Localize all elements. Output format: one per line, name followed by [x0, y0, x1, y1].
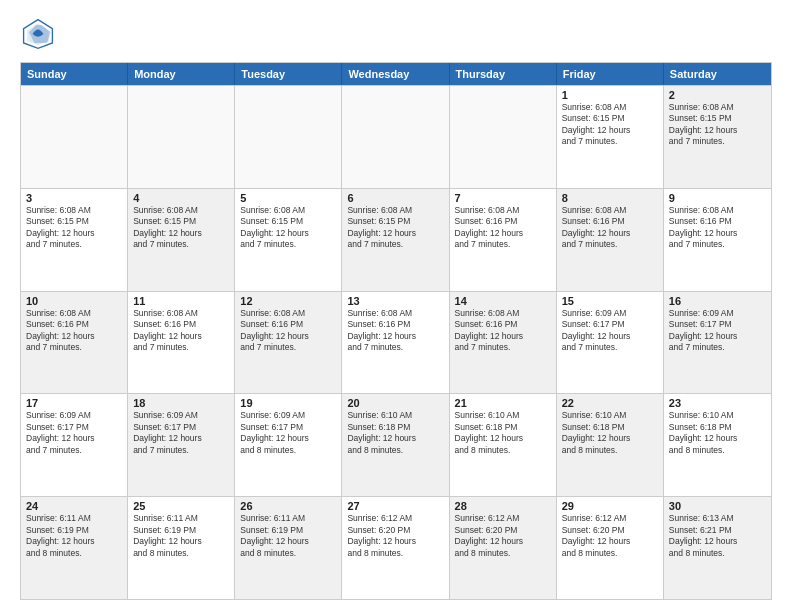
calendar-cell-empty-0-0 [21, 86, 128, 188]
cell-line: Daylight: 12 hours [240, 331, 336, 342]
cell-line: Daylight: 12 hours [562, 125, 658, 136]
cell-line: and 8 minutes. [455, 445, 551, 456]
cell-line: Daylight: 12 hours [669, 331, 766, 342]
day-number: 28 [455, 500, 551, 512]
calendar-cell-5: 5Sunrise: 6:08 AMSunset: 6:15 PMDaylight… [235, 189, 342, 291]
cell-line: Sunset: 6:18 PM [562, 422, 658, 433]
cell-line: Daylight: 12 hours [347, 433, 443, 444]
cell-line: Sunset: 6:17 PM [26, 422, 122, 433]
calendar-cell-empty-0-3 [342, 86, 449, 188]
calendar-cell-20: 20Sunrise: 6:10 AMSunset: 6:18 PMDayligh… [342, 394, 449, 496]
cell-line: and 7 minutes. [133, 445, 229, 456]
cell-line: Daylight: 12 hours [455, 331, 551, 342]
logo [20, 16, 60, 52]
cell-line: Sunrise: 6:11 AM [133, 513, 229, 524]
cell-line: Sunrise: 6:08 AM [455, 308, 551, 319]
calendar-cell-28: 28Sunrise: 6:12 AMSunset: 6:20 PMDayligh… [450, 497, 557, 599]
cell-line: and 7 minutes. [669, 342, 766, 353]
cell-line: Sunrise: 6:08 AM [26, 308, 122, 319]
cell-line: and 7 minutes. [240, 342, 336, 353]
cell-line: Daylight: 12 hours [347, 536, 443, 547]
cell-line: and 8 minutes. [26, 548, 122, 559]
day-number: 21 [455, 397, 551, 409]
cell-line: Daylight: 12 hours [562, 331, 658, 342]
calendar-body: 1Sunrise: 6:08 AMSunset: 6:15 PMDaylight… [21, 85, 771, 599]
cell-line: Sunset: 6:16 PM [562, 216, 658, 227]
cell-line: Sunset: 6:15 PM [669, 113, 766, 124]
cell-line: Sunset: 6:20 PM [562, 525, 658, 536]
cell-line: and 8 minutes. [133, 548, 229, 559]
cell-line: and 7 minutes. [562, 342, 658, 353]
day-number: 25 [133, 500, 229, 512]
cell-line: Sunset: 6:16 PM [455, 216, 551, 227]
day-number: 8 [562, 192, 658, 204]
day-number: 13 [347, 295, 443, 307]
cell-line: and 7 minutes. [347, 342, 443, 353]
cell-line: Daylight: 12 hours [133, 433, 229, 444]
calendar-row-1: 3Sunrise: 6:08 AMSunset: 6:15 PMDaylight… [21, 188, 771, 291]
day-number: 16 [669, 295, 766, 307]
calendar-cell-4: 4Sunrise: 6:08 AMSunset: 6:15 PMDaylight… [128, 189, 235, 291]
weekday-header-wednesday: Wednesday [342, 63, 449, 85]
cell-line: Sunrise: 6:10 AM [347, 410, 443, 421]
cell-line: Daylight: 12 hours [562, 433, 658, 444]
cell-line: Sunrise: 6:09 AM [26, 410, 122, 421]
cell-line: Sunrise: 6:11 AM [240, 513, 336, 524]
calendar-cell-25: 25Sunrise: 6:11 AMSunset: 6:19 PMDayligh… [128, 497, 235, 599]
cell-line: Daylight: 12 hours [240, 228, 336, 239]
weekday-header-saturday: Saturday [664, 63, 771, 85]
cell-line: and 7 minutes. [669, 239, 766, 250]
calendar-cell-empty-0-4 [450, 86, 557, 188]
calendar-cell-21: 21Sunrise: 6:10 AMSunset: 6:18 PMDayligh… [450, 394, 557, 496]
day-number: 15 [562, 295, 658, 307]
calendar-cell-empty-0-1 [128, 86, 235, 188]
cell-line: Sunrise: 6:10 AM [669, 410, 766, 421]
cell-line: Sunset: 6:16 PM [347, 319, 443, 330]
day-number: 19 [240, 397, 336, 409]
day-number: 26 [240, 500, 336, 512]
cell-line: Sunset: 6:18 PM [669, 422, 766, 433]
cell-line: and 8 minutes. [669, 445, 766, 456]
cell-line: Sunrise: 6:11 AM [26, 513, 122, 524]
cell-line: Daylight: 12 hours [240, 536, 336, 547]
weekday-header-thursday: Thursday [450, 63, 557, 85]
cell-line: and 7 minutes. [133, 342, 229, 353]
weekday-header-sunday: Sunday [21, 63, 128, 85]
day-number: 20 [347, 397, 443, 409]
cell-line: and 7 minutes. [455, 239, 551, 250]
cell-line: Sunset: 6:17 PM [240, 422, 336, 433]
cell-line: and 8 minutes. [669, 548, 766, 559]
day-number: 10 [26, 295, 122, 307]
cell-line: and 8 minutes. [347, 445, 443, 456]
cell-line: Sunrise: 6:08 AM [133, 205, 229, 216]
calendar-cell-17: 17Sunrise: 6:09 AMSunset: 6:17 PMDayligh… [21, 394, 128, 496]
cell-line: and 8 minutes. [562, 548, 658, 559]
cell-line: Sunrise: 6:08 AM [562, 102, 658, 113]
cell-line: and 7 minutes. [669, 136, 766, 147]
cell-line: Sunrise: 6:08 AM [669, 205, 766, 216]
cell-line: Sunset: 6:20 PM [347, 525, 443, 536]
cell-line: and 8 minutes. [562, 445, 658, 456]
cell-line: Sunrise: 6:08 AM [455, 205, 551, 216]
calendar-cell-12: 12Sunrise: 6:08 AMSunset: 6:16 PMDayligh… [235, 292, 342, 394]
day-number: 27 [347, 500, 443, 512]
calendar-row-2: 10Sunrise: 6:08 AMSunset: 6:16 PMDayligh… [21, 291, 771, 394]
cell-line: Daylight: 12 hours [26, 331, 122, 342]
weekday-header-tuesday: Tuesday [235, 63, 342, 85]
weekday-header-monday: Monday [128, 63, 235, 85]
cell-line: Sunrise: 6:08 AM [26, 205, 122, 216]
cell-line: Daylight: 12 hours [669, 228, 766, 239]
cell-line: Daylight: 12 hours [26, 228, 122, 239]
cell-line: Sunrise: 6:08 AM [240, 308, 336, 319]
calendar-cell-10: 10Sunrise: 6:08 AMSunset: 6:16 PMDayligh… [21, 292, 128, 394]
calendar-cell-15: 15Sunrise: 6:09 AMSunset: 6:17 PMDayligh… [557, 292, 664, 394]
cell-line: Sunrise: 6:08 AM [133, 308, 229, 319]
cell-line: Sunset: 6:19 PM [26, 525, 122, 536]
cell-line: Sunset: 6:17 PM [669, 319, 766, 330]
cell-line: and 8 minutes. [240, 548, 336, 559]
calendar-cell-empty-0-2 [235, 86, 342, 188]
cell-line: Daylight: 12 hours [347, 331, 443, 342]
cell-line: Sunrise: 6:09 AM [562, 308, 658, 319]
cell-line: Daylight: 12 hours [26, 433, 122, 444]
calendar-header: SundayMondayTuesdayWednesdayThursdayFrid… [21, 63, 771, 85]
